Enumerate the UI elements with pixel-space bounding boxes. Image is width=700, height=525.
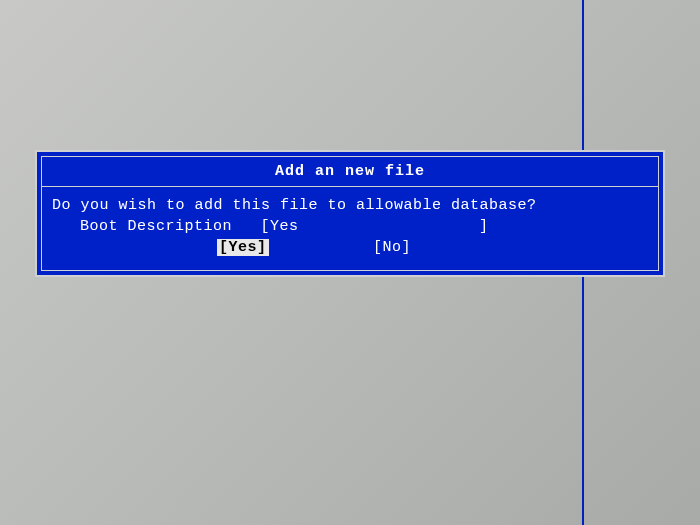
boot-description-input[interactable]: Yes [270,218,299,235]
field-label: Boot Description [80,218,232,235]
input-close-bracket: ] [479,218,489,235]
yes-button[interactable]: [Yes] [217,239,269,256]
prompt-text: Do you wish to add this file to allowabl… [52,195,648,216]
dialog-title: Add an new file [42,157,658,187]
no-button[interactable]: [No] [373,239,411,256]
input-open-bracket: [ [261,218,271,235]
buttons-row: [Yes] [No] [52,237,648,258]
dialog-inner-frame: Add an new file Do you wish to add this … [41,156,659,271]
description-row: Boot Description [Yes ] [52,216,648,237]
dialog-box: Add an new file Do you wish to add this … [35,150,665,277]
dialog-body: Do you wish to add this file to allowabl… [42,187,658,270]
